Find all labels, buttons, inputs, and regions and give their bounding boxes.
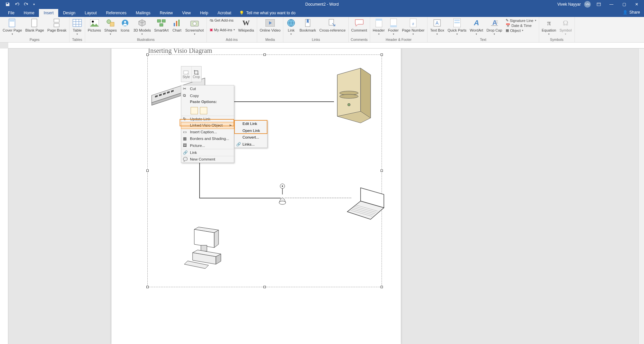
page-break-button[interactable]: Page Break	[46, 18, 68, 33]
tab-references[interactable]: References	[101, 9, 131, 17]
smartart-button[interactable]: SmartArt	[153, 18, 170, 33]
resize-handle-sw[interactable]	[146, 286, 149, 288]
wikipedia-button[interactable]: WWikipedia	[237, 18, 255, 33]
tab-file[interactable]: File	[3, 9, 19, 17]
tab-insert[interactable]: Insert	[39, 9, 58, 17]
ribbon-options-icon[interactable]	[594, 0, 603, 9]
bookmark-button[interactable]: Bookmark	[298, 18, 317, 33]
cross-reference-button[interactable]: Cross-reference	[318, 18, 347, 33]
group-illus-label: Illustrations	[86, 38, 205, 42]
ctx-copy[interactable]: ⧉Copy	[181, 92, 234, 99]
quick-parts-button[interactable]: Quick Parts▾	[446, 18, 468, 36]
page-number-button[interactable]: #Page Number▾	[401, 18, 426, 36]
avatar[interactable]: VN	[584, 1, 591, 8]
redo-icon[interactable]	[24, 2, 29, 7]
undo-icon[interactable]	[15, 2, 19, 7]
wordart-button[interactable]: AWordArt▾	[468, 18, 484, 36]
footer-button[interactable]: Footer▾	[387, 18, 400, 36]
drop-cap-button[interactable]: ADrop Cap▾	[485, 18, 503, 36]
tab-view[interactable]: View	[178, 9, 196, 17]
share-label: Share	[629, 10, 640, 15]
document-area[interactable]: Inserting Visio Diagram	[8, 49, 644, 344]
group-addins: 🛍Get Add-ins ▣My Add-ins▾ WWikipedia Add…	[207, 17, 257, 42]
sub-links[interactable]: 🔗Links...	[235, 141, 267, 148]
resize-handle-se[interactable]	[381, 286, 383, 288]
icons-button[interactable]: Icons	[119, 18, 131, 33]
comment-button[interactable]: Comment	[350, 18, 369, 33]
ruler-horizontal[interactable]	[8, 43, 644, 49]
tell-me-label: Tell me what you want to do	[246, 11, 295, 15]
get-addins-button[interactable]: 🛍Get Add-ins	[210, 18, 235, 22]
save-icon[interactable]	[5, 2, 10, 7]
tab-home[interactable]: Home	[19, 9, 39, 17]
resize-handle-w[interactable]	[146, 170, 149, 172]
tab-design[interactable]: Design	[58, 9, 80, 17]
tab-acrobat[interactable]: Acrobat	[213, 9, 236, 17]
ctx-new-comment[interactable]: 💬New Comment	[181, 156, 234, 163]
tab-layout[interactable]: Layout	[80, 9, 101, 17]
table-button[interactable]: Table▾	[71, 18, 83, 36]
3d-models-button[interactable]: 3D Models▾	[132, 18, 152, 36]
link-button[interactable]: Link▾	[285, 18, 297, 36]
tab-review[interactable]: Review	[155, 9, 177, 17]
minimize-icon[interactable]: —	[607, 0, 616, 9]
ctx-cut[interactable]: ✂Cut	[181, 85, 234, 92]
cover-page-button[interactable]: Cover Page▾	[1, 18, 23, 36]
signature-icon: ✎	[506, 18, 509, 23]
resize-handle-e[interactable]	[381, 170, 383, 172]
mini-crop-button[interactable]: Crop	[192, 66, 202, 82]
symbol-button[interactable]: ΩSymbol▾	[558, 18, 573, 36]
qat-dropdown-icon[interactable]: ▾	[33, 3, 35, 6]
resize-handle-n[interactable]	[263, 54, 266, 56]
ctx-insert-caption[interactable]: ▭Insert Caption...	[181, 129, 234, 136]
ctx-borders-shading[interactable]: ▦Borders and Shading...	[181, 135, 234, 142]
ctx-linked-visio-object[interactable]: Linked Visio Object▶	[181, 122, 234, 129]
textbox-button[interactable]: AText Box▾	[429, 18, 445, 36]
share-button[interactable]: 👤 Share	[623, 10, 640, 15]
header-button[interactable]: Header▾	[372, 18, 386, 36]
tab-help[interactable]: Help	[195, 9, 213, 17]
links-icon: 🔗	[236, 142, 241, 147]
group-illustrations: Pictures Shapes▾ Icons 3D Models▾ SmartA…	[85, 17, 207, 42]
mini-style-button[interactable]: Style	[181, 66, 192, 82]
svg-rect-5	[54, 19, 59, 22]
ctx-picture[interactable]: 🖼Picture...	[181, 142, 234, 149]
scrollbar-vertical[interactable]	[638, 49, 644, 344]
sub-edit-link[interactable]: Edit Link	[235, 120, 267, 127]
maximize-icon[interactable]: ▢	[619, 0, 629, 9]
ctx-link[interactable]: 🔗Link	[181, 149, 234, 156]
resize-handle-nw[interactable]	[146, 54, 149, 56]
ctx-update-link[interactable]: ↻Update Link	[181, 116, 234, 123]
object-button[interactable]: ▦Object▾	[506, 28, 536, 33]
online-video-button[interactable]: Online Video	[258, 18, 282, 33]
ruler-vertical[interactable]	[0, 49, 8, 344]
my-addins-button[interactable]: ▣My Add-ins▾	[210, 28, 235, 32]
get-addins-label: Get Add-ins	[215, 18, 234, 22]
tell-me[interactable]: 💡 Tell me what you want to do	[236, 9, 299, 17]
paste-option-1[interactable]	[191, 107, 198, 114]
date-time-button[interactable]: 📅Date & Time	[506, 23, 536, 28]
signature-line-button[interactable]: ✎Signature Line▾	[506, 18, 536, 23]
3d-models-label: 3D Models	[133, 28, 151, 33]
sub-open-link[interactable]: Open Link	[235, 127, 267, 134]
screenshot-button[interactable]: Screenshot▾	[184, 18, 205, 36]
chart-button[interactable]: Chart	[171, 18, 183, 33]
online-video-label: Online Video	[260, 28, 281, 33]
pictures-button[interactable]: Pictures	[86, 18, 102, 33]
user-name[interactable]: Vivek Nayyar	[558, 2, 581, 7]
close-icon[interactable]: ✕	[632, 0, 641, 9]
svg-point-9	[92, 21, 94, 23]
quick-access-toolbar: ▾	[0, 2, 35, 7]
server-icon	[331, 65, 377, 125]
resize-handle-s[interactable]	[263, 286, 266, 288]
quick-parts-label: Quick Parts	[447, 28, 466, 33]
sub-convert[interactable]: Convert...	[235, 134, 267, 141]
tab-mailings[interactable]: Mailings	[131, 9, 155, 17]
equation-button[interactable]: πEquation▾	[541, 18, 558, 36]
shapes-button[interactable]: Shapes▾	[103, 18, 118, 36]
paste-option-2[interactable]	[200, 107, 207, 114]
blank-page-button[interactable]: Blank Page	[24, 18, 45, 33]
desktop-icon	[183, 226, 226, 269]
resize-handle-ne[interactable]	[381, 54, 383, 56]
sub-links-label: Links...	[242, 142, 254, 146]
